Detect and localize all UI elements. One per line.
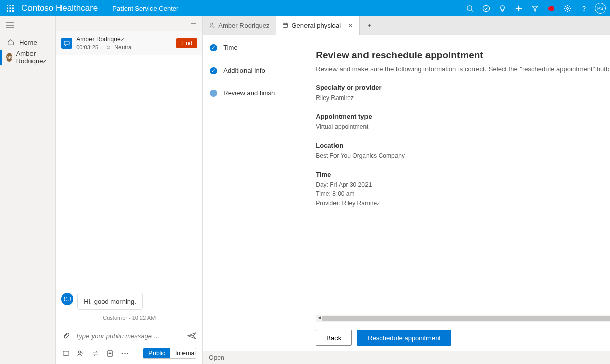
minimize-icon[interactable] bbox=[190, 20, 197, 27]
svg-rect-21 bbox=[64, 41, 69, 45]
work-area: Amber Rodriquez General physical ✕ ＋ Tim… bbox=[203, 16, 610, 364]
help-icon[interactable] bbox=[575, 0, 592, 16]
reschedule-button[interactable]: Reschedule appointment bbox=[357, 330, 451, 346]
chat-transcript: CU Hi, good morning. Customer - 10:22 AM bbox=[56, 55, 202, 326]
chat-message-text: Hi, good morning. bbox=[77, 293, 143, 310]
svg-point-15 bbox=[566, 7, 568, 9]
status-bar: Open Save bbox=[203, 351, 610, 364]
send-icon[interactable] bbox=[187, 332, 196, 340]
chat-message-meta: Customer - 10:22 AM bbox=[61, 315, 197, 321]
svg-rect-5 bbox=[12, 8, 14, 9]
svg-line-10 bbox=[471, 10, 473, 12]
svg-point-31 bbox=[127, 353, 128, 354]
nav-session-amber[interactable]: AR Amber Rodriquez bbox=[0, 50, 55, 65]
calendar-icon bbox=[282, 22, 288, 28]
nav-home[interactable]: Home bbox=[0, 35, 55, 50]
app-launcher-icon[interactable] bbox=[4, 2, 16, 14]
svg-rect-4 bbox=[10, 8, 11, 9]
more-icon[interactable] bbox=[121, 350, 129, 357]
chat-channel-icon bbox=[61, 38, 72, 49]
review-panel: Review and reschedule appointment Review… bbox=[304, 35, 610, 351]
session-avatar: AR bbox=[6, 53, 12, 62]
lightbulb-icon[interactable] bbox=[494, 0, 510, 16]
settings-icon[interactable] bbox=[559, 0, 575, 16]
brand-title: Contoso Healthcare bbox=[21, 3, 98, 13]
filter-icon[interactable] bbox=[527, 0, 543, 16]
svg-rect-7 bbox=[10, 10, 11, 12]
field-location: Location Best For You Organics Company bbox=[316, 142, 610, 160]
visibility-internal[interactable]: Internal bbox=[170, 348, 196, 358]
visibility-public[interactable]: Public bbox=[143, 348, 170, 358]
svg-point-24 bbox=[79, 351, 81, 353]
chat-message: CU Hi, good morning. bbox=[61, 293, 197, 310]
svg-rect-8 bbox=[12, 10, 14, 12]
field-appointment-type: Appointment type Virtual appointment bbox=[316, 113, 610, 131]
nav-home-label: Home bbox=[19, 39, 37, 46]
step-done-icon bbox=[210, 44, 217, 51]
back-button[interactable]: Back bbox=[316, 330, 352, 346]
search-icon[interactable] bbox=[462, 0, 478, 16]
transfer-icon[interactable] bbox=[92, 350, 99, 357]
session-sentiment: Neutral bbox=[114, 44, 132, 51]
notes-icon[interactable] bbox=[106, 350, 114, 357]
app-subtitle: Patient Service Center bbox=[112, 5, 178, 12]
quick-reply-icon[interactable] bbox=[62, 350, 70, 357]
svg-rect-33 bbox=[283, 23, 288, 27]
add-icon[interactable] bbox=[510, 0, 527, 16]
session-customer-name: Amber Rodriquez bbox=[76, 36, 176, 44]
field-time: Time Day: Fri Apr 30 2021 Time: 8:00 am … bbox=[316, 171, 610, 208]
svg-rect-23 bbox=[63, 351, 69, 355]
svg-point-25 bbox=[82, 352, 83, 353]
step-current-icon bbox=[210, 90, 217, 97]
svg-point-11 bbox=[483, 5, 489, 11]
chat-input-area: Public Internal bbox=[56, 326, 202, 364]
tab-appointment-label: General physical bbox=[291, 22, 341, 29]
person-icon bbox=[209, 22, 215, 28]
task-icon[interactable] bbox=[478, 0, 494, 16]
end-session-button[interactable]: End bbox=[176, 38, 197, 48]
step-additional-info[interactable]: Additional Info bbox=[210, 67, 297, 74]
status-open[interactable]: Open bbox=[209, 354, 224, 361]
svg-rect-3 bbox=[7, 8, 8, 9]
svg-point-9 bbox=[467, 5, 471, 10]
sentiment-icon: ☺ bbox=[106, 44, 111, 51]
chat-input[interactable] bbox=[75, 332, 182, 340]
consult-icon[interactable] bbox=[77, 350, 84, 357]
field-specialty: Specialty or provider Riley Ramirez bbox=[316, 84, 610, 103]
review-title: Review and reschedule appointment bbox=[316, 50, 610, 61]
step-review-finish[interactable]: Review and finish bbox=[210, 89, 297, 97]
step-done-icon bbox=[210, 67, 217, 74]
svg-rect-2 bbox=[12, 5, 14, 6]
record-indicator-icon[interactable] bbox=[543, 0, 559, 16]
step-time[interactable]: Time bbox=[210, 44, 297, 51]
nav-session-label: Amber Rodriquez bbox=[16, 50, 50, 65]
svg-point-29 bbox=[122, 353, 123, 354]
svg-point-32 bbox=[211, 23, 214, 26]
svg-point-16 bbox=[583, 10, 584, 11]
customer-avatar: CU bbox=[61, 293, 73, 305]
conversation-panel: Amber Rodriquez 00:03:25 | ☺ Neutral End… bbox=[56, 16, 203, 364]
svg-rect-6 bbox=[7, 10, 8, 12]
attachment-icon[interactable] bbox=[62, 332, 70, 340]
tab-bar: Amber Rodriquez General physical ✕ ＋ bbox=[203, 16, 610, 35]
hamburger-menu-icon[interactable] bbox=[0, 16, 55, 35]
user-avatar[interactable]: PS bbox=[595, 3, 606, 14]
visibility-toggle[interactable]: Public Internal bbox=[143, 348, 196, 359]
home-icon bbox=[6, 38, 15, 47]
session-header: Amber Rodriquez 00:03:25 | ☺ Neutral End bbox=[56, 31, 202, 55]
tab-appointment[interactable]: General physical ✕ bbox=[276, 16, 360, 35]
svg-rect-1 bbox=[10, 5, 11, 6]
divider bbox=[105, 4, 105, 13]
wizard-steps: Time Additional Info Review and finish bbox=[203, 35, 304, 351]
session-duration: 00:03:25 bbox=[76, 44, 98, 51]
tab-patient-label: Amber Rodriquez bbox=[218, 22, 269, 29]
top-navigation-bar: Contoso Healthcare Patient Service Cente… bbox=[0, 0, 610, 16]
svg-point-30 bbox=[125, 353, 126, 354]
review-description: Review and make sure the following infor… bbox=[316, 65, 610, 73]
tab-patient[interactable]: Amber Rodriquez bbox=[203, 16, 276, 35]
close-tab-icon[interactable]: ✕ bbox=[348, 22, 353, 29]
left-navigation: Home AR Amber Rodriquez bbox=[0, 16, 56, 364]
horizontal-scrollbar[interactable]: ◄► bbox=[316, 315, 610, 322]
add-tab-button[interactable]: ＋ bbox=[360, 16, 378, 35]
svg-rect-0 bbox=[7, 5, 8, 6]
